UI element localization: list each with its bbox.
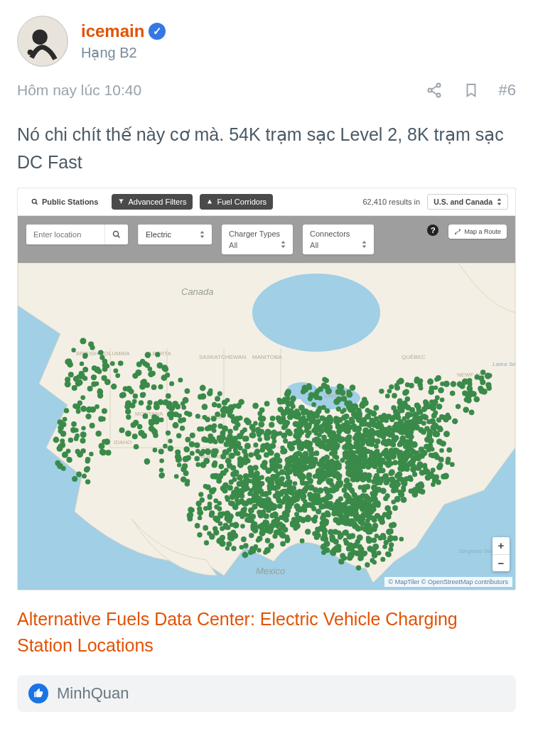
svg-point-36 xyxy=(71,347,75,352)
svg-point-115 xyxy=(72,476,77,482)
svg-point-1795 xyxy=(198,515,202,519)
svg-point-1236 xyxy=(374,472,379,478)
svg-point-1214 xyxy=(392,460,398,465)
svg-point-1763 xyxy=(209,510,215,516)
svg-point-441 xyxy=(219,463,225,469)
source-link[interactable]: Alternative Fuels Data Center: Electric … xyxy=(17,606,516,659)
svg-point-1285 xyxy=(441,441,446,446)
svg-point-1690 xyxy=(241,536,247,542)
bookmark-icon[interactable] xyxy=(462,81,480,99)
svg-point-1161 xyxy=(375,454,380,460)
svg-point-670 xyxy=(315,389,320,394)
svg-point-661 xyxy=(285,400,291,406)
svg-point-372 xyxy=(225,458,232,464)
embedded-map-image[interactable]: Public Stations Advanced Filters Fuel Co… xyxy=(17,188,516,590)
svg-point-2009 xyxy=(355,504,360,509)
share-icon[interactable] xyxy=(425,81,443,99)
svg-point-1772 xyxy=(257,536,262,541)
svg-point-2028 xyxy=(480,369,485,374)
svg-point-1376 xyxy=(385,393,390,398)
zoom-in-icon: + xyxy=(492,537,510,554)
svg-point-434 xyxy=(220,435,226,441)
svg-point-1638 xyxy=(316,508,321,514)
svg-point-1825 xyxy=(257,548,261,552)
svg-point-1228 xyxy=(418,481,424,487)
avatar[interactable] xyxy=(17,16,68,67)
svg-point-1819 xyxy=(264,546,271,553)
svg-point-2020 xyxy=(367,504,372,509)
svg-point-289 xyxy=(211,416,217,421)
svg-point-668 xyxy=(346,389,351,394)
map-svg: Canada Mexico BRITISH COLUMBIA ALBERTA S… xyxy=(18,263,515,590)
svg-point-275 xyxy=(207,390,212,396)
svg-point-329 xyxy=(197,426,202,431)
reaction-bar[interactable]: MinhQuan xyxy=(17,675,516,712)
svg-point-117 xyxy=(58,424,64,431)
svg-point-1308 xyxy=(389,469,395,475)
svg-point-1198 xyxy=(443,431,450,437)
svg-point-1133 xyxy=(384,448,388,452)
svg-point-659 xyxy=(338,384,344,389)
svg-point-849 xyxy=(318,487,324,493)
svg-point-1368 xyxy=(386,414,392,419)
svg-point-1288 xyxy=(365,437,372,443)
svg-point-263 xyxy=(159,468,163,472)
svg-point-1647 xyxy=(323,474,328,479)
svg-point-1757 xyxy=(270,476,276,482)
svg-point-1734 xyxy=(187,516,193,522)
username[interactable]: icemain xyxy=(81,21,144,41)
svg-point-54 xyxy=(72,385,77,391)
svg-point-1379 xyxy=(405,414,410,418)
svg-point-1130 xyxy=(372,487,377,492)
svg-point-194 xyxy=(147,400,152,405)
svg-point-2013 xyxy=(350,549,357,556)
svg-point-184 xyxy=(148,371,154,377)
post-timestamp[interactable]: Hôm nay lúc 10:40 xyxy=(17,82,141,99)
svg-point-274 xyxy=(189,441,195,447)
svg-point-479 xyxy=(242,427,247,432)
svg-point-980 xyxy=(345,443,351,448)
svg-point-1373 xyxy=(433,423,438,428)
svg-point-98 xyxy=(76,471,82,477)
svg-point-1646 xyxy=(313,487,318,492)
svg-point-1759 xyxy=(272,534,277,539)
svg-point-2019 xyxy=(384,539,389,544)
svg-point-1548 xyxy=(323,486,329,492)
svg-point-296 xyxy=(143,413,149,418)
svg-point-1348 xyxy=(421,414,426,418)
svg-point-1374 xyxy=(414,378,419,384)
svg-point-242 xyxy=(177,413,182,418)
svg-point-1827 xyxy=(222,482,229,488)
svg-text:Labra Sea: Labra Sea xyxy=(492,361,515,367)
svg-point-357 xyxy=(233,447,238,452)
svg-point-1956 xyxy=(391,522,397,528)
svg-point-328 xyxy=(176,433,181,438)
svg-point-1762 xyxy=(287,504,292,509)
svg-point-360 xyxy=(249,432,256,438)
svg-point-1388 xyxy=(429,385,435,391)
svg-point-1301 xyxy=(405,433,411,438)
svg-point-83 xyxy=(90,423,95,428)
svg-point-621 xyxy=(318,396,322,400)
svg-point-119 xyxy=(55,460,60,465)
svg-point-195 xyxy=(140,358,146,364)
post-number-link[interactable]: #6 xyxy=(499,81,516,99)
svg-point-310 xyxy=(178,418,183,423)
svg-point-2040 xyxy=(457,381,463,387)
svg-point-172 xyxy=(158,384,163,389)
svg-point-402 xyxy=(205,448,211,455)
svg-point-571 xyxy=(324,384,330,389)
svg-point-103 xyxy=(85,458,90,463)
svg-point-57 xyxy=(111,383,117,389)
svg-point-1024 xyxy=(350,461,357,468)
svg-point-230 xyxy=(166,393,171,399)
svg-point-1830 xyxy=(259,513,264,518)
svg-point-325 xyxy=(212,401,217,407)
svg-point-72 xyxy=(68,437,73,442)
svg-point-1972 xyxy=(382,535,387,540)
svg-point-1286 xyxy=(404,450,409,455)
svg-point-1377 xyxy=(423,399,428,404)
svg-point-1362 xyxy=(401,424,407,430)
svg-point-1761 xyxy=(252,494,257,500)
svg-point-1925 xyxy=(357,534,363,541)
